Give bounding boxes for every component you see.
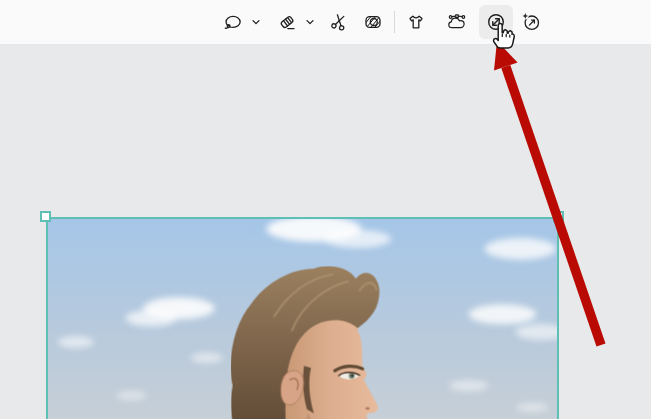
- app-window: [0, 0, 651, 419]
- selected-photo-man-profile[interactable]: [48, 219, 557, 419]
- lasso-select-button[interactable]: [219, 8, 247, 36]
- editing-toolbar: [0, 0, 651, 45]
- background-scene-button[interactable]: [443, 8, 471, 36]
- chevron-down-icon: [304, 16, 316, 28]
- tshirt-icon: [406, 12, 426, 32]
- lasso-icon: [223, 12, 243, 32]
- circle-diagonal-arrow-icon: [486, 12, 506, 32]
- blur-background-button[interactable]: [359, 8, 387, 36]
- circle-sparkle-icon: [521, 12, 541, 32]
- selection-handle-top-left[interactable]: [40, 211, 51, 222]
- restyle-button[interactable]: [517, 8, 545, 36]
- selection-handle-top-right[interactable]: [553, 211, 564, 222]
- lasso-dropdown-chevron[interactable]: [249, 8, 263, 36]
- scissors-icon: [329, 12, 349, 32]
- cloud-nodes-icon: [447, 12, 467, 32]
- chevron-down-icon: [250, 16, 262, 28]
- resize-expand-button[interactable]: [479, 5, 513, 39]
- clothing-button[interactable]: [402, 8, 430, 36]
- toolbar-tool-group: [219, 0, 545, 44]
- eraser-button[interactable]: [273, 8, 301, 36]
- blur-photo-icon: [363, 12, 383, 32]
- editor-canvas[interactable]: [0, 45, 651, 419]
- toolbar-divider: [394, 11, 395, 33]
- image-selection-frame[interactable]: [46, 217, 559, 419]
- eraser-dropdown-chevron[interactable]: [303, 8, 317, 36]
- eraser-icon: [277, 12, 297, 32]
- scissors-button[interactable]: [325, 8, 353, 36]
